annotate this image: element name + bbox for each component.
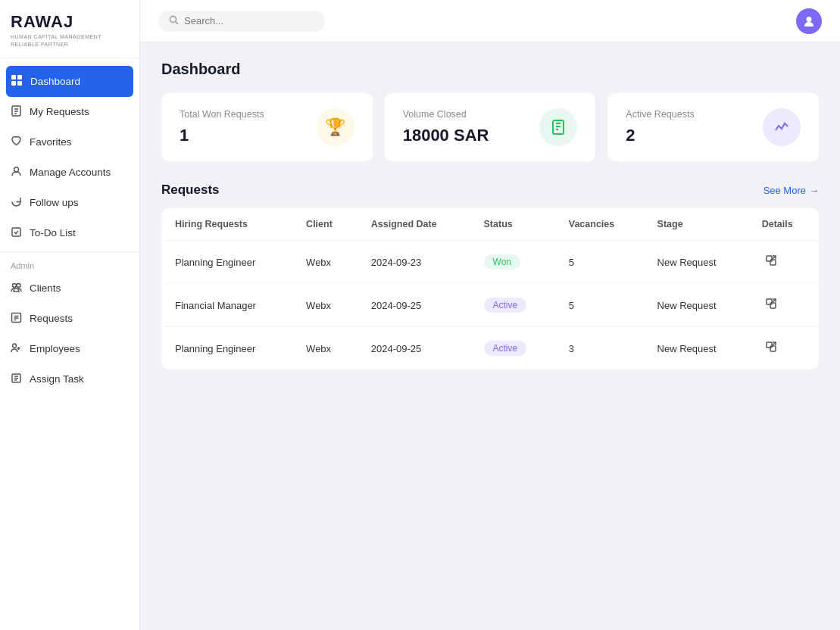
svg-rect-9 xyxy=(12,228,20,236)
my-requests-icon xyxy=(11,105,22,119)
favorites-icon xyxy=(11,136,22,149)
stat-label-total-won: Total Won Requests xyxy=(180,109,264,120)
stat-icon-volume-closed xyxy=(539,108,577,146)
detail-button[interactable] xyxy=(762,251,780,273)
cell-status: Won xyxy=(470,241,555,284)
status-badge: Active xyxy=(484,298,527,313)
cell-assigned-date: 2024-09-25 xyxy=(358,327,470,370)
cell-stage: New Request xyxy=(644,327,748,370)
logo: RAWAJ xyxy=(11,12,129,32)
svg-rect-32 xyxy=(770,260,776,265)
search-box[interactable] xyxy=(158,11,325,32)
page-title: Dashboard xyxy=(161,61,819,78)
svg-rect-37 xyxy=(767,342,772,348)
svg-point-10 xyxy=(13,283,17,287)
cell-status: Active xyxy=(470,327,555,370)
sidebar-item-dashboard[interactable]: Dashboard xyxy=(6,66,133,97)
svg-rect-35 xyxy=(770,303,776,308)
table-row: Planning Engineer Webx 2024-09-25 Active… xyxy=(161,327,819,370)
table-body: Planning Engineer Webx 2024-09-23 Won 5 … xyxy=(161,241,819,370)
cell-client: Webx xyxy=(292,284,358,327)
cell-hiring-request: Financial Manager xyxy=(161,284,292,327)
follow-ups-icon xyxy=(11,196,22,210)
cell-stage: New Request xyxy=(644,284,748,327)
arrow-right-icon: → xyxy=(809,185,819,196)
requests-icon xyxy=(11,312,22,326)
admin-section-label: Admin xyxy=(0,255,139,273)
col-details: Details xyxy=(748,208,819,241)
sidebar-item-clients[interactable]: Clients xyxy=(0,273,139,304)
clients-icon xyxy=(11,282,22,295)
svg-rect-3 xyxy=(17,81,22,86)
stat-icon-total-won: 🏆 xyxy=(317,108,354,146)
search-input[interactable] xyxy=(184,15,305,27)
requests-section-header: Requests See More → xyxy=(161,182,819,198)
sidebar-item-employees[interactable]: Employees xyxy=(0,334,139,364)
dashboard-label: Dashboard xyxy=(30,76,80,87)
svg-rect-38 xyxy=(770,346,776,351)
svg-rect-31 xyxy=(767,256,772,261)
cell-hiring-request: Planning Engineer xyxy=(161,327,292,370)
sidebar-item-assign-task[interactable]: Assign Task xyxy=(0,364,139,395)
cell-client: Webx xyxy=(292,241,358,284)
svg-point-16 xyxy=(13,344,17,348)
logo-area: RAWAJ HUMAN CAPITAL MANAGEMENT RELIABLE … xyxy=(0,0,139,58)
manage-accounts-icon xyxy=(11,166,22,179)
cell-vacancies: 5 xyxy=(555,284,644,327)
table-head: Hiring Requests Client Assigned Date Sta… xyxy=(161,208,819,241)
stat-label-active-requests: Active Requests xyxy=(626,109,694,120)
clients-label: Clients xyxy=(30,282,61,294)
assign-task-icon xyxy=(11,373,22,386)
employees-icon xyxy=(11,342,22,356)
stat-icon-active-requests xyxy=(763,108,801,146)
col-client: Client xyxy=(292,208,358,241)
avatar[interactable] xyxy=(796,8,822,34)
cell-vacancies: 5 xyxy=(555,241,644,284)
table: Hiring Requests Client Assigned Date Sta… xyxy=(161,208,819,370)
status-badge: Won xyxy=(484,254,520,270)
employees-label: Employees xyxy=(30,343,80,354)
table-row: Planning Engineer Webx 2024-09-23 Won 5 … xyxy=(161,241,819,284)
status-badge: Active xyxy=(484,341,527,356)
sidebar-item-favorites[interactable]: Favorites xyxy=(0,127,139,158)
stat-value-active-requests: 2 xyxy=(626,126,694,145)
sidebar: RAWAJ HUMAN CAPITAL MANAGEMENT RELIABLE … xyxy=(0,0,140,630)
content-area: Dashboard Total Won Requests 1 🏆 Volume … xyxy=(140,42,840,630)
stat-card-volume-closed: Volume Closed 18000 SAR xyxy=(385,93,596,161)
follow-ups-label: Follow ups xyxy=(30,197,79,208)
cell-details xyxy=(748,327,819,370)
manage-accounts-label: Manage Accounts xyxy=(30,167,111,178)
svg-point-11 xyxy=(17,283,20,287)
col-vacancies: Vacancies xyxy=(555,208,644,241)
stat-card-active-requests: Active Requests 2 xyxy=(607,93,819,161)
search-icon xyxy=(169,15,179,27)
cell-hiring-request: Planning Engineer xyxy=(161,241,292,284)
svg-point-25 xyxy=(807,17,812,22)
logo-tagline: HUMAN CAPITAL MANAGEMENT RELIABLE PARTNE… xyxy=(11,33,129,48)
stat-value-total-won: 1 xyxy=(180,126,264,145)
sidebar-item-manage-accounts[interactable]: Manage Accounts xyxy=(0,158,139,188)
sidebar-nav: Dashboard My Requests Favorites Manage A… xyxy=(0,58,139,630)
dashboard-icon xyxy=(11,74,23,89)
svg-rect-34 xyxy=(767,299,772,304)
see-more-link[interactable]: See More → xyxy=(763,185,819,196)
stat-value-volume-closed: 18000 SAR xyxy=(403,126,489,145)
stat-card-total-won: Total Won Requests 1 🏆 xyxy=(161,93,373,161)
cell-client: Webx xyxy=(292,327,358,370)
sidebar-item-follow-ups[interactable]: Follow ups xyxy=(0,188,139,218)
sidebar-item-to-do-list[interactable]: To-Do List xyxy=(0,218,139,248)
detail-button[interactable] xyxy=(762,295,780,316)
cell-details xyxy=(748,241,819,284)
main-area: Dashboard Total Won Requests 1 🏆 Volume … xyxy=(140,0,840,630)
logo-text: RAWAJ xyxy=(11,12,73,32)
detail-button[interactable] xyxy=(762,338,780,359)
svg-point-8 xyxy=(14,167,19,172)
table-row: Financial Manager Webx 2024-09-25 Active… xyxy=(161,284,819,327)
to-do-list-label: To-Do List xyxy=(30,227,76,239)
col-status: Status xyxy=(470,208,555,241)
sidebar-item-requests[interactable]: Requests xyxy=(0,304,139,334)
col-stage: Stage xyxy=(644,208,748,241)
header xyxy=(140,0,840,42)
assign-task-label: Assign Task xyxy=(30,373,84,385)
sidebar-item-my-requests[interactable]: My Requests xyxy=(0,97,139,127)
